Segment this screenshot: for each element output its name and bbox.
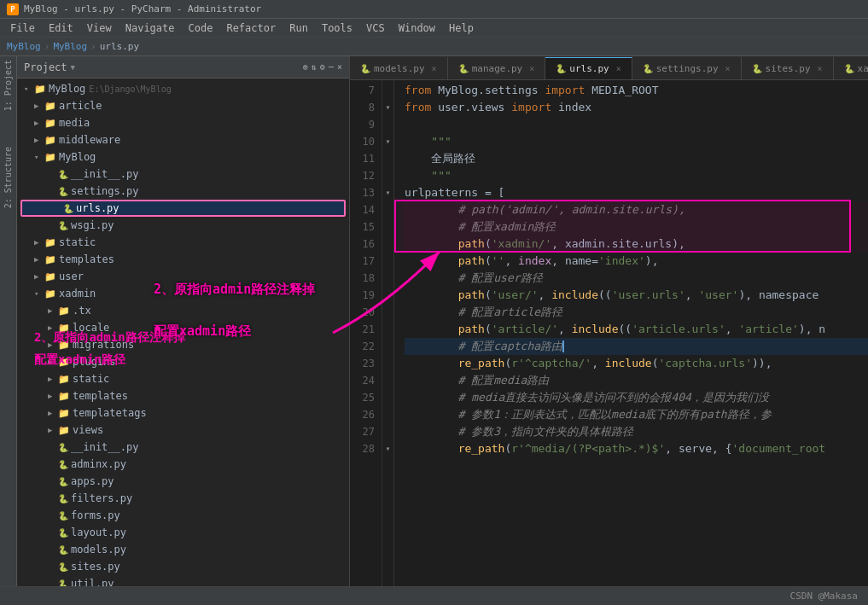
tab-close[interactable]: ×: [529, 64, 534, 73]
side-tab-project[interactable]: 1: Project: [3, 60, 13, 111]
project-close-icon[interactable]: ×: [337, 62, 342, 72]
tree-item-templates[interactable]: ▶ 📁 templates: [17, 251, 349, 268]
code-token: path: [458, 236, 485, 253]
tree-label: wsgi.py: [71, 219, 114, 231]
tree-label: forms.py: [71, 509, 120, 521]
menu-window[interactable]: Window: [392, 20, 442, 36]
tree-item-user[interactable]: ▶ 📁 user: [17, 268, 349, 285]
project-dropdown-icon[interactable]: ▼: [71, 63, 75, 72]
menu-tools[interactable]: Tools: [315, 20, 359, 36]
menu-help[interactable]: Help: [442, 20, 481, 36]
tree-item-middleware[interactable]: ▶ 📁 middleware: [17, 131, 349, 148]
tree-item-sites[interactable]: ▶ 🐍 sites.py: [17, 558, 349, 575]
tree-item-init-myblog[interactable]: ▶ 🐍 __init__.py: [17, 166, 349, 183]
tree-item-article[interactable]: ▶ 📁 article: [17, 97, 349, 114]
tree-arrow: ▶: [48, 323, 58, 332]
cursor: [562, 340, 564, 352]
project-tree: ▾ 📁 MyBlog E:\Django\MyBlog ▶ 📁 article …: [17, 79, 349, 586]
code-token: MyBlog: [431, 82, 478, 99]
code-token: 'user.urls': [612, 287, 685, 304]
tree-item-tx[interactable]: ▶ 📁 .tx: [17, 302, 349, 319]
tree-item-urls[interactable]: ▶ 🐍 urls.py: [20, 200, 346, 217]
folder-icon: 📁: [44, 237, 56, 248]
side-tab-structure[interactable]: 2: Structure: [3, 147, 13, 208]
tree-item-settings[interactable]: ▶ 🐍 settings.py: [17, 183, 349, 200]
menu-vcs[interactable]: VCS: [359, 20, 392, 36]
menu-code[interactable]: Code: [182, 20, 220, 36]
tree-item-locale[interactable]: ▶ 📁 locale: [17, 319, 349, 336]
menu-navigate[interactable]: Navigate: [119, 20, 182, 36]
code-token: [405, 440, 458, 457]
tree-item-static[interactable]: ▶ 📁 static: [17, 234, 349, 251]
tree-item-myblog-root[interactable]: ▾ 📁 MyBlog E:\Django\MyBlog: [17, 80, 349, 97]
tree-arrow: ▶: [48, 306, 58, 315]
tree-label: MyBlog: [59, 151, 96, 163]
tree-item-templatetags[interactable]: ▶ 📁 templatetags: [17, 404, 349, 422]
project-sort-icon[interactable]: ⇅: [312, 62, 317, 72]
project-settings-icon[interactable]: ⚙: [320, 62, 325, 72]
tab-xadmin[interactable]: 🐍 xadmin\_ in ×: [834, 57, 868, 79]
menu-edit[interactable]: Edit: [42, 20, 80, 36]
tree-label: util.py: [71, 578, 114, 586]
tab-manage[interactable]: 🐍 manage.py ×: [448, 57, 546, 79]
breadcrumb-item-1[interactable]: MyBlog: [7, 41, 41, 52]
tree-item-adminx[interactable]: ▶ 🐍 adminx.py: [17, 456, 349, 473]
tab-close[interactable]: ×: [432, 64, 437, 73]
tab-models[interactable]: 🐍 models.py ×: [350, 57, 448, 79]
tab-settings[interactable]: 🐍 settings.py ×: [632, 57, 742, 79]
tab-label: manage.py: [472, 63, 523, 74]
menu-file[interactable]: File: [3, 20, 42, 36]
code-token: serve: [679, 440, 712, 457]
tree-item-views[interactable]: ▶ 📁 views: [17, 422, 349, 439]
menu-refactor[interactable]: Refactor: [219, 20, 283, 36]
project-add-icon[interactable]: ⊕: [303, 62, 308, 72]
menu-view[interactable]: View: [80, 20, 119, 36]
line-numbers: 7 8 9 10 11 12 13 14 15 16 17 18 19 20 2…: [350, 80, 382, 586]
code-token: [405, 355, 458, 372]
editor-content: 7 8 9 10 11 12 13 14 15 16 17 18 19 20 2…: [350, 80, 868, 586]
tree-arrow: ▾: [24, 84, 34, 93]
menu-run[interactable]: Run: [283, 20, 315, 36]
code-line-8: from user.views import index: [405, 99, 868, 116]
folder-icon: 📁: [44, 254, 56, 265]
tab-urls[interactable]: 🐍 urls.py ×: [545, 57, 632, 79]
code-area[interactable]: from MyBlog.settings import MEDIA_ROOT f…: [394, 80, 868, 586]
tab-close[interactable]: ×: [725, 64, 731, 73]
code-token: xadmin: [565, 236, 605, 253]
py-file-icon: 🐍: [58, 511, 68, 521]
tree-item-layout[interactable]: ▶ 🐍 layout.py: [17, 524, 349, 541]
breadcrumb-item-2[interactable]: MyBlog: [53, 41, 87, 52]
tree-item-util[interactable]: ▶ 🐍 util.py: [17, 575, 349, 586]
tree-item-models[interactable]: ▶ 🐍 models.py: [17, 541, 349, 558]
tree-item-init-xadmin[interactable]: ▶ 🐍 __init__.py: [17, 439, 349, 456]
code-token: ,: [504, 253, 518, 270]
tree-item-migrations[interactable]: ▶ 📁 migrations: [17, 336, 349, 353]
tree-item-media[interactable]: ▶ 📁 media: [17, 114, 349, 131]
code-token: path: [458, 253, 485, 270]
tree-item-plugins[interactable]: ▶ 📁 plugins: [17, 353, 349, 370]
tree-item-apps[interactable]: ▶ 🐍 apps.py: [17, 473, 349, 490]
code-token: views: [471, 99, 504, 116]
tree-item-xadmin[interactable]: ▾ 📁 xadmin: [17, 285, 349, 302]
tab-close[interactable]: ×: [616, 64, 621, 73]
code-token: ,: [685, 287, 699, 304]
code-token: 'captcha.urls': [658, 355, 752, 372]
code-token: path: [458, 321, 485, 338]
project-header-left: Project ▼: [24, 61, 75, 73]
folder-icon: 📁: [58, 323, 70, 334]
tree-item-wsgi[interactable]: ▶ 🐍 wsgi.py: [17, 217, 349, 234]
code-token: re_path: [458, 440, 505, 457]
tree-item-static-xadmin[interactable]: ▶ 📁 static: [17, 370, 349, 387]
project-minimize-icon[interactable]: ─: [329, 62, 334, 72]
tab-sites[interactable]: 🐍 sites.py ×: [742, 57, 834, 79]
tree-label: apps.py: [71, 475, 114, 487]
code-token: ,: [591, 355, 605, 372]
tree-item-templates-xadmin[interactable]: ▶ 📁 templates: [17, 387, 349, 404]
tree-item-forms[interactable]: ▶ 🐍 forms.py: [17, 507, 349, 524]
menu-bar: File Edit View Navigate Code Refactor Ru…: [0, 19, 868, 38]
tree-label: migrations: [73, 339, 134, 351]
tab-close[interactable]: ×: [818, 64, 823, 73]
tree-item-filters[interactable]: ▶ 🐍 filters.py: [17, 490, 349, 507]
tree-item-myblog-sub[interactable]: ▾ 📁 MyBlog: [17, 148, 349, 166]
tree-arrow: ▾: [34, 289, 44, 298]
